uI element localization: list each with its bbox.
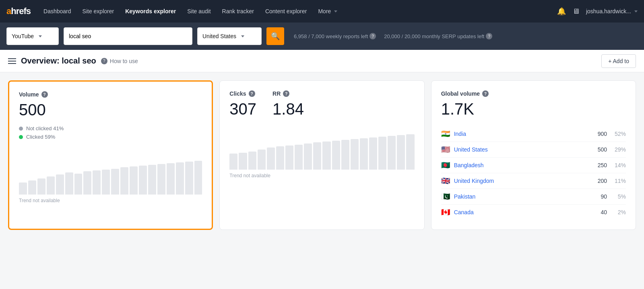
country-name-us[interactable]: United States	[454, 146, 591, 153]
country-volume-india: 900	[591, 131, 607, 137]
bar	[258, 150, 266, 170]
weekly-help-icon[interactable]: ?	[369, 33, 376, 39]
bar	[83, 171, 91, 195]
country-pct-canada: 2%	[612, 209, 626, 215]
hamburger-menu[interactable]	[8, 58, 16, 64]
nav-site-explorer[interactable]: Site explorer	[78, 5, 119, 18]
global-volume-value: 1.7K	[441, 100, 626, 118]
country-volume-us: 500	[591, 146, 607, 153]
bar	[139, 166, 147, 195]
monitor-icon[interactable]: 🖥	[572, 7, 580, 16]
how-to-use-button[interactable]: ? How to use	[101, 58, 138, 64]
bar	[295, 145, 303, 170]
page-title: Overview: local seo	[21, 56, 96, 66]
bar	[56, 174, 64, 195]
nav-keywords-explorer[interactable]: Keywords explorer	[120, 5, 181, 18]
volume-card: Volume ? 500 Not clicked 41% Clicked 59%…	[8, 80, 213, 230]
bar	[332, 141, 340, 170]
volume-value: 500	[19, 101, 202, 119]
search-stats: 6,958 / 7,000 weekly reports left ? 20,0…	[294, 33, 492, 39]
keyword-input-wrapper	[64, 27, 192, 45]
nav-rank-tracker[interactable]: Rank tracker	[217, 5, 259, 18]
source-dropdown[interactable]: YouTube	[6, 27, 59, 45]
volume-label: Volume ?	[19, 91, 202, 98]
bar	[341, 140, 349, 170]
overview-header: Overview: local seo ? How to use + Add t…	[0, 50, 644, 72]
bar	[369, 137, 377, 170]
country-flag: 🇧🇩	[441, 161, 450, 170]
bar	[406, 134, 414, 170]
clicks-chart	[229, 121, 414, 170]
navbar: ahrefs Dashboard Site explorer Keywords …	[0, 0, 644, 23]
country-flag: 🇨🇦	[441, 208, 450, 217]
bar	[28, 180, 36, 195]
bar	[19, 182, 27, 195]
rr-help-icon[interactable]: ?	[283, 90, 289, 97]
nav-site-audit[interactable]: Site audit	[182, 5, 215, 18]
search-bar: YouTube United States 🔍 6,958 / 7,000 we…	[0, 23, 644, 50]
bell-icon[interactable]: 🔔	[557, 7, 566, 16]
monthly-help-icon[interactable]: ?	[486, 33, 492, 39]
clicked-item: Clicked 59%	[19, 134, 202, 140]
dual-metric: Clicks ? 307 RR ? 1.84	[229, 90, 414, 118]
clicks-trend-label: Trend not available	[229, 173, 414, 178]
overview-left: Overview: local seo ? How to use	[8, 56, 138, 66]
bar	[102, 170, 110, 195]
source-chevron-icon	[39, 35, 42, 37]
logo-rest: hrefs	[11, 6, 31, 16]
country-dropdown[interactable]: United States	[197, 27, 262, 45]
nav-more[interactable]: More	[313, 5, 342, 18]
country-name-india[interactable]: India	[454, 131, 591, 137]
bar	[148, 165, 156, 195]
bar	[93, 170, 101, 195]
logo[interactable]: ahrefs	[6, 6, 31, 16]
search-button[interactable]: 🔍	[266, 27, 284, 45]
user-chevron-icon	[634, 10, 638, 12]
bar	[65, 172, 73, 195]
nav-content-explorer[interactable]: Content explorer	[260, 5, 312, 18]
nav-links: Dashboard Site explorer Keywords explore…	[39, 5, 557, 18]
clicks-block: Clicks ? 307	[229, 90, 256, 118]
bar	[378, 137, 386, 170]
bar	[351, 139, 359, 170]
not-clicked-item: Not clicked 41%	[19, 125, 202, 131]
clicks-value: 307	[229, 100, 256, 118]
bar	[157, 164, 165, 195]
nav-dashboard[interactable]: Dashboard	[39, 5, 76, 18]
volume-help-icon[interactable]: ?	[41, 91, 48, 98]
country-name-pakistan[interactable]: Pakistan	[454, 193, 591, 200]
country-label: United States	[202, 33, 236, 39]
clicks-help-icon[interactable]: ?	[249, 90, 255, 97]
clicked-dot	[19, 135, 23, 139]
country-volume-uk: 200	[591, 178, 607, 184]
bar	[194, 161, 202, 195]
bar	[37, 178, 45, 195]
country-list: 🇮🇳 India 900 52% 🇺🇸 United States 500 29…	[441, 126, 626, 220]
country-pct-pakistan: 5%	[612, 193, 626, 200]
country-row: 🇺🇸 United States 500 29%	[441, 142, 626, 158]
keyword-input[interactable]	[64, 27, 192, 45]
bar	[388, 136, 396, 170]
clicks-card: Clicks ? 307 RR ? 1.84 Trend not availab…	[219, 80, 424, 230]
country-chevron-icon	[241, 35, 244, 37]
bar	[360, 138, 368, 170]
country-name-canada[interactable]: Canada	[454, 209, 591, 215]
how-to-use-icon: ?	[101, 58, 107, 64]
monthly-stat: 20,000 / 20,000 monthly SERP updates lef…	[384, 33, 492, 39]
global-volume-label: Global volume ?	[441, 90, 626, 97]
global-help-icon[interactable]: ?	[482, 90, 489, 97]
bar	[111, 169, 119, 195]
add-to-button[interactable]: + Add to	[601, 54, 636, 68]
weekly-stat: 6,958 / 7,000 weekly reports left ?	[294, 33, 376, 39]
country-flag: 🇮🇳	[441, 129, 450, 138]
bar	[229, 154, 237, 170]
clicks-label: Clicks ?	[229, 90, 256, 97]
global-volume-card: Global volume ? 1.7K 🇮🇳 India 900 52% 🇺🇸…	[431, 80, 636, 230]
country-name-bangladesh[interactable]: Bangladesh	[454, 162, 591, 168]
rr-label: RR ?	[272, 90, 304, 97]
nav-user[interactable]: joshua.hardwick...	[586, 8, 638, 14]
country-name-uk[interactable]: United Kingdom	[454, 178, 591, 184]
bar	[267, 148, 275, 170]
bar	[276, 146, 284, 170]
bar	[322, 141, 330, 170]
